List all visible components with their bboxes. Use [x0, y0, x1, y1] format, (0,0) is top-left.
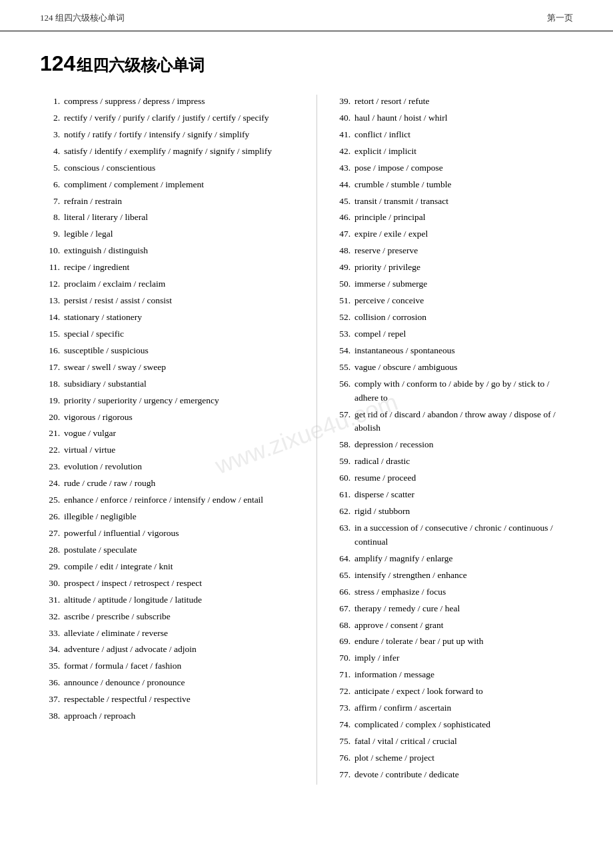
item-text: compliment / complement / implement [64, 178, 204, 192]
item-number: 33. [40, 627, 60, 641]
list-item: 23.evolution / revolution [40, 460, 310, 474]
item-number: 40. [330, 111, 350, 125]
item-text: principle / principal [354, 211, 425, 225]
list-item: 2.rectify / verify / purify / clarify / … [40, 111, 310, 125]
item-number: 28. [40, 543, 60, 557]
item-number: 20. [40, 411, 60, 425]
item-number: 15. [40, 327, 60, 341]
list-item: 30.prospect / inspect / retrospect / res… [40, 577, 310, 591]
list-item: 3.notify / ratify / fortify / intensify … [40, 128, 310, 142]
item-text: compel / repel [354, 327, 406, 341]
list-item: 54.instantaneous / spontaneous [330, 344, 573, 358]
item-text: illegible / negligible [64, 510, 137, 524]
item-number: 23. [40, 460, 60, 474]
list-item: 60.resume / proceed [330, 471, 573, 485]
item-number: 57. [330, 408, 350, 422]
item-text: devote / contribute / dedicate [354, 768, 459, 782]
item-number: 64. [330, 552, 350, 566]
item-number: 36. [40, 676, 60, 690]
item-text: approve / consent / grant [354, 619, 443, 633]
list-item: 53.compel / repel [330, 327, 573, 341]
item-number: 59. [330, 455, 350, 469]
list-item: 25.enhance / enforce / reinforce / inten… [40, 493, 310, 507]
item-number: 74. [330, 718, 350, 732]
item-number: 16. [40, 344, 60, 358]
list-item: 22.virtual / virtue [40, 443, 310, 457]
list-item: 77.devote / contribute / dedicate [330, 768, 573, 782]
item-number: 18. [40, 377, 60, 391]
list-item: 52.collision / corrosion [330, 311, 573, 325]
header-page: 第一页 [547, 12, 573, 24]
list-item: 20.vigorous / rigorous [40, 411, 310, 425]
item-number: 55. [330, 361, 350, 375]
item-text: rigid / stubborn [354, 505, 410, 519]
list-item: 13.persist / resist / assist / consist [40, 294, 310, 308]
item-text: proclaim / exclaim / reclaim [64, 277, 165, 291]
item-text: resume / proceed [354, 471, 416, 485]
item-text: stationary / stationery [64, 311, 142, 325]
item-text: literal / literary / liberal [64, 211, 148, 225]
item-text: swear / swell / sway / sweep [64, 361, 166, 375]
list-item: 69.endure / tolerate / bear / put up wit… [330, 635, 573, 649]
list-item: 9.legible / legal [40, 227, 310, 241]
item-text: altitude / aptitude / longitude / latitu… [64, 593, 202, 607]
item-number: 10. [40, 244, 60, 258]
item-number: 1. [40, 95, 60, 109]
item-number: 61. [330, 488, 350, 502]
list-item: 36.announce / denounce / pronounce [40, 676, 310, 690]
list-item: 59.radical / drastic [330, 455, 573, 469]
item-text: fatal / vital / critical / crucial [354, 735, 457, 749]
left-column: 1.compress / suppress / depress / impres… [40, 95, 317, 785]
item-text: plot / scheme / project [354, 751, 434, 765]
item-number: 73. [330, 701, 350, 715]
item-number: 6. [40, 178, 60, 192]
right-column: 39.retort / resort / refute40.haul / hau… [317, 95, 573, 785]
list-item: 74.complicated / complex / sophisticated [330, 718, 573, 732]
list-item: 19.priority / superiority / urgency / em… [40, 394, 310, 408]
list-item: 11.recipe / ingredient [40, 261, 310, 275]
item-number: 56. [330, 377, 350, 391]
list-item: 33.alleviate / eliminate / reverse [40, 627, 310, 641]
item-number: 4. [40, 145, 60, 159]
list-item: 71.information / message [330, 668, 573, 682]
list-item: 62.rigid / stubborn [330, 505, 573, 519]
item-number: 14. [40, 311, 60, 325]
header-title: 124 组四六级核心单词 [40, 12, 125, 24]
item-number: 58. [330, 438, 350, 452]
item-number: 76. [330, 751, 350, 765]
item-text: disperse / scatter [354, 488, 414, 502]
item-text: postulate / speculate [64, 543, 137, 557]
item-text: endure / tolerate / bear / put up with [354, 635, 483, 649]
item-number: 75. [330, 735, 350, 749]
list-item: 47.expire / exile / expel [330, 227, 573, 241]
list-item: 21.vogue / vulgar [40, 427, 310, 441]
item-number: 7. [40, 195, 60, 209]
item-number: 42. [330, 145, 350, 159]
item-number: 44. [330, 178, 350, 192]
item-number: 72. [330, 685, 350, 699]
list-item: 26.illegible / negligible [40, 510, 310, 524]
item-number: 35. [40, 659, 60, 673]
item-number: 19. [40, 394, 60, 408]
list-item: 17.swear / swell / sway / sweep [40, 361, 310, 375]
word-columns: 1.compress / suppress / depress / impres… [40, 95, 573, 785]
item-number: 24. [40, 477, 60, 491]
item-text: powerful / influential / vigorous [64, 527, 179, 541]
item-number: 48. [330, 244, 350, 258]
item-number: 13. [40, 294, 60, 308]
item-text: priority / superiority / urgency / emerg… [64, 394, 219, 408]
item-text: conflict / inflict [354, 128, 410, 142]
list-item: 38.approach / reproach [40, 709, 310, 723]
item-text: intensify / strengthen / enhance [354, 569, 467, 583]
item-number: 34. [40, 643, 60, 657]
list-item: 16.susceptible / suspicious [40, 344, 310, 358]
list-item: 70.imply / infer [330, 651, 573, 665]
item-text: compile / edit / integrate / knit [64, 560, 173, 574]
item-text: recipe / ingredient [64, 261, 129, 275]
item-text: explicit / implicit [354, 145, 416, 159]
list-item: 46.principle / principal [330, 211, 573, 225]
item-number: 29. [40, 560, 60, 574]
item-text: prospect / inspect / retrospect / respec… [64, 577, 202, 591]
item-text: information / message [354, 668, 434, 682]
item-text: adventure / adjust / advocate / adjoin [64, 643, 197, 657]
